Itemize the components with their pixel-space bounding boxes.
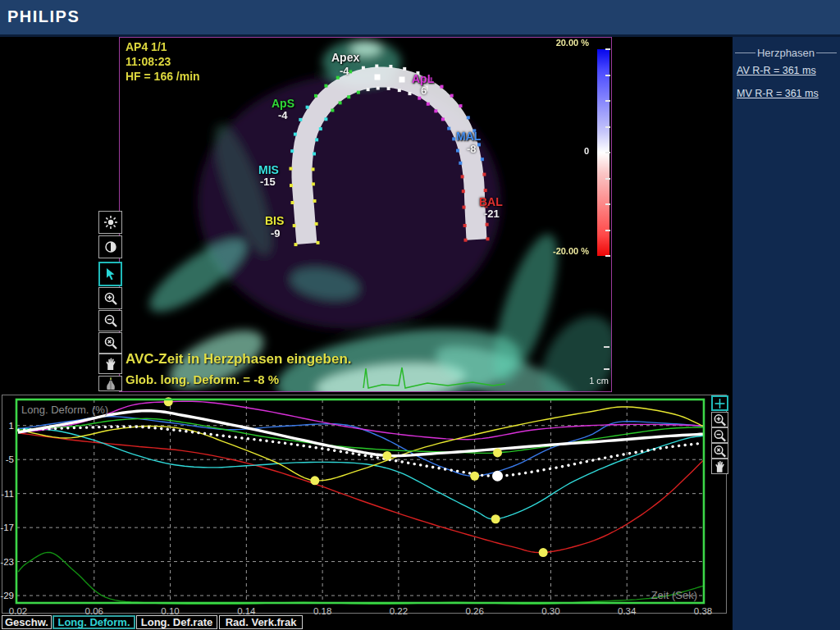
herzphasen-group-label: Herzphasen [735, 47, 837, 59]
tab-rad-verk-frak[interactable]: Rad. Verk.frak [219, 615, 303, 629]
segment-label-bal: BAL [479, 195, 503, 208]
philips-logo: PHILIPS [7, 7, 80, 26]
svg-text:-23: -23 [0, 557, 14, 567]
zoom-reset-tool-button[interactable] [711, 443, 728, 459]
zoom-in-tool-button[interactable] [98, 287, 122, 309]
peak-marker-global [492, 471, 503, 482]
ultrasound-graphics [120, 38, 611, 391]
svg-text:0.26: 0.26 [465, 606, 483, 616]
colorbar-min-label: -20.00 % [538, 246, 589, 256]
series-ekg [18, 552, 703, 604]
colorbar-tick [605, 178, 610, 180]
colorbar-tick [605, 152, 610, 153]
depth-scale-tick [604, 368, 609, 370]
crosshair-tool-button[interactable] [711, 395, 728, 411]
zoom-out-tool-button[interactable] [711, 427, 728, 443]
segment-label-aps: ApS [272, 97, 294, 110]
chart-xlabel: Zeit (Sek) [651, 589, 697, 601]
segment-label-mal: MAL [456, 130, 481, 143]
segment-label-apl: ApL [412, 72, 434, 85]
heart-rate-label: HF = 166 /min [126, 69, 200, 84]
herzphasen-title: Herzphasen [756, 47, 816, 59]
peak-marker-bal [539, 548, 548, 557]
svg-text:0.38: 0.38 [694, 606, 712, 616]
cardiac-phase-link-1[interactable]: MV R-R = 361 ms [737, 88, 819, 99]
probe-icon [103, 376, 119, 392]
brightness-tool-button[interactable] [98, 211, 122, 234]
exam-info: AP4 1/1 11:08:23 HF = 166 /min [126, 39, 200, 84]
svg-text:0.18: 0.18 [313, 606, 331, 616]
global-strain-value: Glob. long. Deform. = -8 % [126, 372, 279, 386]
colorbar-tick [605, 48, 610, 50]
depth-scale-tick [604, 346, 609, 348]
tab-long-def-rate[interactable]: Long. Def.rate [136, 615, 217, 629]
segment-value-bis: -9 [271, 227, 281, 240]
strain-chart-svg: 1-5-11-17-23-290.020.060.100.140.180.220… [0, 392, 733, 630]
pan-tool-button[interactable] [98, 354, 122, 374]
colorbar-tick [605, 203, 610, 205]
colorbar-tick [605, 126, 610, 128]
zoom-reset-tool-button[interactable] [98, 332, 122, 354]
view-label: AP4 1/1 [126, 39, 200, 54]
svg-text:0.22: 0.22 [390, 606, 408, 616]
series-apex [18, 411, 703, 456]
pan-tool-button[interactable] [711, 459, 728, 474]
svg-text:-29: -29 [0, 591, 14, 600]
colorbar-tick [605, 255, 610, 257]
segment-value-apl: 6 [421, 84, 427, 97]
cardiac-phase-link-0[interactable]: AV R-R = 361 ms [737, 65, 816, 76]
segment-value-bal: -21 [484, 208, 500, 220]
svg-text:0.30: 0.30 [541, 606, 559, 616]
colorbar-zero-label: 0 [538, 146, 589, 156]
svg-text:-11: -11 [1, 489, 14, 499]
segment-label-mis: MIS [258, 163, 279, 176]
series-aps [18, 418, 703, 453]
peak-marker-apex [382, 451, 391, 460]
colorbar-max-label: 20.00 % [538, 38, 589, 48]
brightness-icon [103, 214, 119, 231]
zoom-in-icon [103, 290, 119, 307]
zoom-in-tool-button[interactable] [711, 412, 728, 427]
segment-value-mis: -15 [260, 176, 276, 188]
svg-text:0.34: 0.34 [618, 606, 637, 616]
legend-line-right [816, 52, 837, 53]
svg-text:1: 1 [9, 421, 14, 431]
depth-scale-label: 1 cm [576, 376, 609, 386]
series-apl [18, 401, 703, 440]
zoom-out-tool-button[interactable] [98, 310, 122, 331]
strain-chart[interactable]: 1-5-11-17-23-290.020.060.100.140.180.220… [0, 392, 733, 630]
zoom-out-icon [103, 313, 119, 329]
segment-label-apex: Apex [331, 51, 359, 64]
crosshair-icon [713, 395, 727, 412]
colorbar-tick [605, 230, 610, 231]
pointer-tool-button[interactable] [98, 262, 122, 286]
zoom-out-icon [712, 427, 728, 444]
prompt-message: AVC-Zeit in Herzphasen eingeben. [126, 351, 352, 368]
pointer-icon [103, 266, 119, 282]
pan-icon [103, 356, 119, 372]
segment-label-bis: BIS [265, 214, 284, 227]
top-bar: PHILIPS [0, 0, 840, 37]
chart-title: Long. Deform. (%) [21, 404, 108, 416]
peak-marker-mis [491, 514, 500, 523]
tab-geschw[interactable]: Geschw. [2, 615, 52, 629]
pan-icon [712, 459, 728, 475]
contrast-tool-button[interactable] [98, 235, 122, 258]
tissue-speckle [140, 39, 611, 391]
probe-tool-button[interactable] [98, 376, 122, 391]
peak-marker-bis [310, 476, 319, 485]
zoom-in-icon [712, 412, 728, 428]
tab-long-deform[interactable]: Long. Deform. [52, 615, 135, 629]
svg-text:-17: -17 [0, 523, 14, 532]
legend-line-left [735, 52, 756, 53]
contrast-icon [103, 239, 119, 255]
ultrasound-image[interactable] [119, 37, 612, 392]
zoom-reset-icon [712, 443, 728, 459]
segment-value-aps: -4 [278, 109, 288, 121]
segment-value-mal: -8 [467, 143, 477, 155]
colorbar-tick [605, 75, 610, 76]
application-window: PHILIPS Herzphasen AV R-R = 361 msMV R-R… [0, 0, 840, 630]
peak-marker-mal [470, 472, 479, 481]
zoom-reset-icon [103, 335, 119, 351]
herzphasen-panel: Herzphasen AV R-R = 361 msMV R-R = 361 m… [733, 37, 840, 630]
